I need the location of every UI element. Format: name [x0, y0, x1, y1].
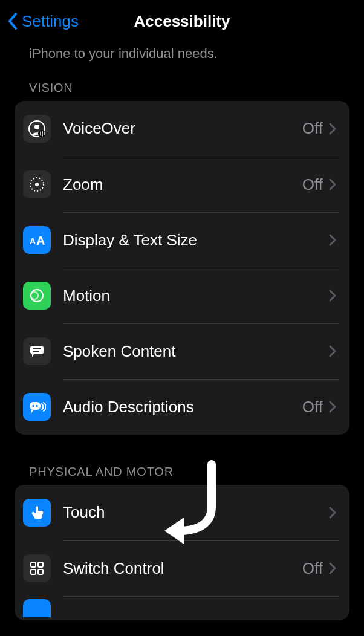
- chevron-right-icon: [329, 401, 336, 413]
- group-vision: VoiceOver Off Zoom Off AA Display & Text…: [15, 101, 349, 435]
- row-label: Switch Control: [63, 559, 302, 578]
- svg-point-13: [32, 404, 34, 406]
- chevron-right-icon: [329, 507, 336, 519]
- nav-bar: Settings Accessibility: [0, 0, 364, 42]
- svg-rect-16: [38, 562, 43, 567]
- audio-descriptions-icon: [23, 393, 51, 421]
- section-header-physical: PHYSICAL AND MOTOR: [0, 461, 364, 485]
- partial-icon: [23, 599, 51, 617]
- svg-rect-11: [33, 351, 39, 352]
- intro-text: iPhone to your individual needs.: [0, 42, 364, 77]
- chevron-right-icon: [329, 178, 336, 190]
- svg-point-14: [36, 404, 37, 406]
- group-physical: Touch Switch Control Off: [15, 485, 349, 620]
- row-label: Audio Descriptions: [63, 398, 302, 417]
- chevron-right-icon: [329, 234, 336, 246]
- row-switch-control[interactable]: Switch Control Off: [15, 540, 349, 596]
- touch-icon: [23, 499, 51, 527]
- row-partial-next[interactable]: [15, 596, 349, 620]
- row-touch[interactable]: Touch: [15, 485, 349, 540]
- svg-point-4: [35, 183, 39, 186]
- row-value: Off: [302, 119, 323, 138]
- svg-point-7: [31, 290, 43, 302]
- motion-icon: [23, 282, 51, 310]
- row-audio-descriptions[interactable]: Audio Descriptions Off: [15, 379, 349, 435]
- chevron-right-icon: [329, 290, 336, 302]
- chevron-right-icon: [329, 345, 336, 357]
- svg-rect-10: [33, 348, 41, 349]
- spoken-content-icon: [23, 337, 51, 365]
- row-motion[interactable]: Motion: [15, 268, 349, 323]
- svg-rect-9: [30, 346, 44, 354]
- switch-control-icon: [23, 554, 51, 582]
- svg-text:A: A: [36, 234, 45, 247]
- row-value: Off: [302, 398, 323, 417]
- section-header-vision: VISION: [0, 77, 364, 101]
- svg-rect-12: [30, 402, 41, 410]
- row-label: Spoken Content: [63, 342, 323, 361]
- back-label: Settings: [22, 12, 79, 31]
- row-voiceover[interactable]: VoiceOver Off: [15, 101, 349, 157]
- svg-point-8: [31, 292, 38, 299]
- row-spoken-content[interactable]: Spoken Content: [15, 323, 349, 379]
- row-value: Off: [302, 559, 323, 578]
- svg-rect-18: [38, 569, 43, 574]
- text-size-icon: AA: [23, 226, 51, 254]
- zoom-icon: [23, 170, 51, 198]
- row-zoom[interactable]: Zoom Off: [15, 157, 349, 212]
- svg-rect-15: [31, 562, 36, 567]
- svg-rect-17: [31, 569, 36, 574]
- svg-point-1: [34, 125, 39, 129]
- chevron-right-icon: [329, 123, 336, 135]
- voiceover-icon: [23, 115, 51, 143]
- row-label: Touch: [63, 503, 323, 522]
- row-label: VoiceOver: [63, 119, 302, 138]
- back-button[interactable]: Settings: [7, 12, 79, 31]
- row-display-text-size[interactable]: AA Display & Text Size: [15, 212, 349, 268]
- row-label: Zoom: [63, 175, 302, 194]
- row-label: Display & Text Size: [63, 231, 323, 250]
- row-value: Off: [302, 175, 323, 194]
- chevron-left-icon: [7, 12, 18, 30]
- svg-text:A: A: [30, 236, 36, 246]
- row-label: Motion: [63, 287, 323, 305]
- chevron-right-icon: [329, 562, 336, 574]
